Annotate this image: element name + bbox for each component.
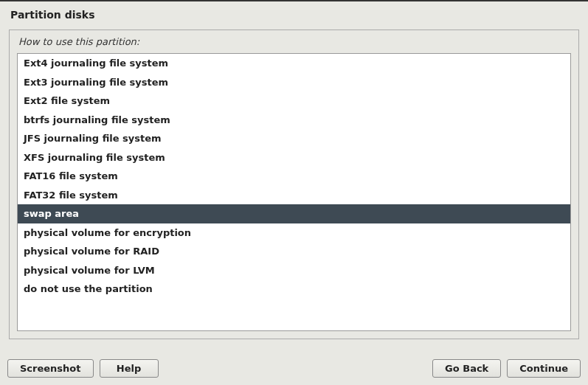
list-item[interactable]: Ext4 journaling file system bbox=[18, 54, 570, 73]
list-item[interactable]: btrfs journaling file system bbox=[18, 111, 570, 130]
list-item[interactable]: Ext3 journaling file system bbox=[18, 73, 570, 92]
partition-usage-panel: How to use this partition: Ext4 journali… bbox=[9, 30, 579, 339]
screenshot-button[interactable]: Screenshot bbox=[7, 359, 94, 378]
page-title: Partition disks bbox=[0, 1, 588, 25]
list-item[interactable]: Ext2 file system bbox=[18, 91, 570, 111]
list-item[interactable]: swap area bbox=[18, 204, 570, 223]
list-item[interactable]: FAT16 file system bbox=[18, 167, 570, 186]
go-back-button[interactable]: Go Back bbox=[432, 359, 501, 378]
installer-window: Partition disks How to use this partitio… bbox=[0, 0, 588, 385]
help-button[interactable]: Help bbox=[100, 359, 159, 378]
button-bar: Screenshot Help Go Back Continue bbox=[7, 359, 581, 378]
partition-usage-listbox[interactable]: Ext4 journaling file systemExt3 journali… bbox=[17, 53, 571, 331]
list-item[interactable]: do not use the partition bbox=[18, 280, 570, 299]
list-item[interactable]: physical volume for LVM bbox=[18, 261, 570, 280]
continue-button[interactable]: Continue bbox=[507, 359, 581, 378]
list-item[interactable]: physical volume for RAID bbox=[18, 242, 570, 261]
list-item[interactable]: XFS journaling file system bbox=[18, 148, 570, 167]
list-item[interactable]: physical volume for encryption bbox=[18, 223, 570, 243]
prompt-label: How to use this partition: bbox=[17, 36, 571, 47]
list-item[interactable]: FAT32 file system bbox=[18, 186, 570, 205]
list-item[interactable]: JFS journaling file system bbox=[18, 129, 570, 148]
